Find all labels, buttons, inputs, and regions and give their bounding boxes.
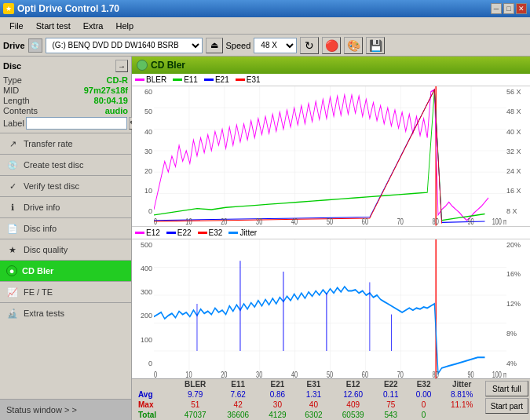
create-disc-icon: 💿	[6, 159, 19, 171]
chart1-y-labels-left: 60 50 40 30 20 10 0	[132, 86, 154, 217]
disc-collapse-button[interactable]: →	[115, 60, 128, 72]
stats-avg-e12: 12.60	[331, 389, 374, 400]
chart1-legend: BLER E11 E21 E31	[132, 74, 530, 86]
action-buttons: Start full Start part	[484, 379, 530, 420]
stats-max-bler: 51	[174, 400, 216, 410]
disc-contents-label: Contents	[3, 106, 38, 115]
stats-col-bler: BLER	[174, 379, 216, 389]
disc-title: Disc	[3, 61, 21, 71]
palette-button[interactable]: 🎨	[344, 37, 363, 54]
stats-total-jitter	[440, 410, 483, 420]
legend-bler-color	[135, 79, 144, 81]
stats-total-bler: 47037	[174, 410, 216, 420]
disc-length-label: Length	[3, 96, 30, 105]
svg-text:60: 60	[362, 370, 368, 378]
nav-transfer-rate[interactable]: ↗ Transfer rate	[0, 133, 131, 154]
refresh-button[interactable]: ↻	[300, 37, 319, 54]
speed-select[interactable]: 48 X	[254, 38, 297, 53]
stats-total-e12: 60539	[331, 410, 374, 420]
minimize-button[interactable]: ─	[491, 3, 502, 14]
stats-max-e11: 42	[217, 400, 259, 410]
y2-label-right-20pct: 20%	[506, 241, 530, 249]
stats-total-e21: 4129	[259, 410, 295, 420]
svg-text:30: 30	[256, 217, 262, 226]
y-label-right-40x: 40 X	[506, 128, 530, 136]
svg-text:20: 20	[221, 370, 227, 378]
svg-text:90: 90	[468, 217, 474, 226]
speed-label: Speed	[226, 41, 251, 50]
nav-drive-info[interactable]: ℹ Drive info	[0, 197, 131, 217]
y-label-10: 10	[132, 187, 154, 195]
stats-col-e22: E22	[375, 379, 408, 389]
legend-e31-color	[236, 79, 245, 81]
y2-label-right-16pct: 16%	[506, 270, 530, 278]
svg-text:40: 40	[291, 370, 298, 378]
menu-start-test[interactable]: Start test	[30, 20, 77, 32]
stats-total-e22: 543	[375, 410, 408, 420]
nav-menu: ↗ Transfer rate 💿 Create test disc ✓ Ver…	[0, 133, 131, 323]
y-label-20: 20	[132, 167, 154, 175]
save-button[interactable]: 💾	[366, 37, 385, 54]
legend-e21-color	[204, 79, 214, 81]
menu-extra[interactable]: Extra	[77, 20, 110, 32]
y2-label-right-12pct: 12%	[506, 300, 530, 308]
nav-disc-info[interactable]: 📄 Disc info	[0, 218, 131, 239]
stats-avg-jitter: 8.81%	[440, 389, 483, 400]
restore-button[interactable]: □	[503, 3, 514, 14]
verify-disc-icon: ✓	[6, 180, 19, 192]
stats-col-e31: E31	[295, 379, 331, 389]
disc-type-label: Type	[3, 75, 22, 85]
nav-create-test-disc[interactable]: 💿 Create test disc	[0, 155, 131, 175]
close-button[interactable]: ✕	[516, 3, 527, 14]
svg-text:30: 30	[256, 370, 262, 378]
menu-file[interactable]: File	[3, 20, 30, 32]
start-part-button[interactable]: Start part	[485, 398, 528, 414]
y-label-0: 0	[132, 207, 154, 215]
stats-max-e12: 409	[331, 400, 374, 410]
drive-select[interactable]: (G:) BENQ DVD DD DW1640 BSRB	[46, 38, 203, 53]
disc-label-label: Label	[3, 119, 24, 128]
disc-info-icon: 📄	[6, 222, 19, 235]
stats-max-e21: 30	[259, 400, 295, 410]
nav-verify-test-disc[interactable]: ✓ Verify test disc	[0, 176, 131, 196]
svg-text:70: 70	[397, 217, 404, 226]
legend-e32: E32	[198, 228, 223, 237]
nav-fe-te[interactable]: 📈 FE / TE	[0, 282, 131, 302]
nav-extra-tests[interactable]: 🔬 Extra tests	[0, 303, 131, 323]
svg-text:20: 20	[221, 217, 227, 226]
eject-button[interactable]: ⏏	[206, 38, 223, 53]
chart2-svg: 0 10 20 30 40 50 60 70 80 90 100 min	[154, 239, 506, 379]
left-panel: Disc → Type CD-R MID 97m27s18f Length 80…	[0, 57, 132, 420]
svg-text:10: 10	[185, 217, 192, 226]
stats-section: BLER E11 E21 E31 E12 E22 E32 Jitter Avg …	[132, 378, 530, 420]
y2-label-right-8pct: 8%	[506, 330, 530, 338]
nav-disc-quality[interactable]: ★ Disc quality	[0, 239, 131, 260]
chart-header-icon	[137, 60, 148, 71]
title-bar: ★ Opti Drive Control 1.70 ─ □ ✕	[0, 0, 530, 17]
status-window-button[interactable]: Status window > >	[0, 400, 131, 420]
disc-label-input[interactable]	[26, 117, 127, 130]
title-bar-title: Opti Drive Control 1.70	[17, 3, 119, 14]
stats-avg-row: Avg 9.79 7.62 0.86 1.31 12.60 0.11 0.00 …	[132, 389, 484, 400]
legend-e31: E31	[236, 75, 261, 84]
drive-bar: Drive 💿 (G:) BENQ DVD DD DW1640 BSRB ⏏ S…	[0, 35, 530, 57]
svg-text:80: 80	[433, 370, 439, 378]
y-label-right-8x: 8 X	[506, 207, 530, 215]
stats-col-e12: E12	[331, 379, 374, 389]
stats-avg-bler: 9.79	[174, 389, 216, 400]
svg-text:100 min: 100 min	[492, 217, 506, 226]
nav-cd-bler[interactable]: ● CD Bler	[0, 261, 131, 281]
svg-text:0: 0	[154, 217, 157, 226]
y-label-40: 40	[132, 128, 154, 136]
stats-max-label: Max	[132, 400, 174, 410]
disc-contents-value: audio	[105, 106, 128, 115]
svg-text:10: 10	[185, 370, 192, 378]
svg-text:0: 0	[154, 370, 157, 378]
menu-help[interactable]: Help	[109, 20, 140, 32]
y2-label-100: 100	[132, 336, 154, 344]
settings-icon-btn[interactable]: 🔴	[322, 37, 341, 54]
chart-header: CD Bler	[132, 57, 530, 74]
stats-total-label: Total	[132, 410, 174, 420]
stats-max-row: Max 51 42 30 40 409 75 0 11.1%	[132, 400, 484, 410]
start-full-button[interactable]: Start full	[485, 381, 528, 396]
